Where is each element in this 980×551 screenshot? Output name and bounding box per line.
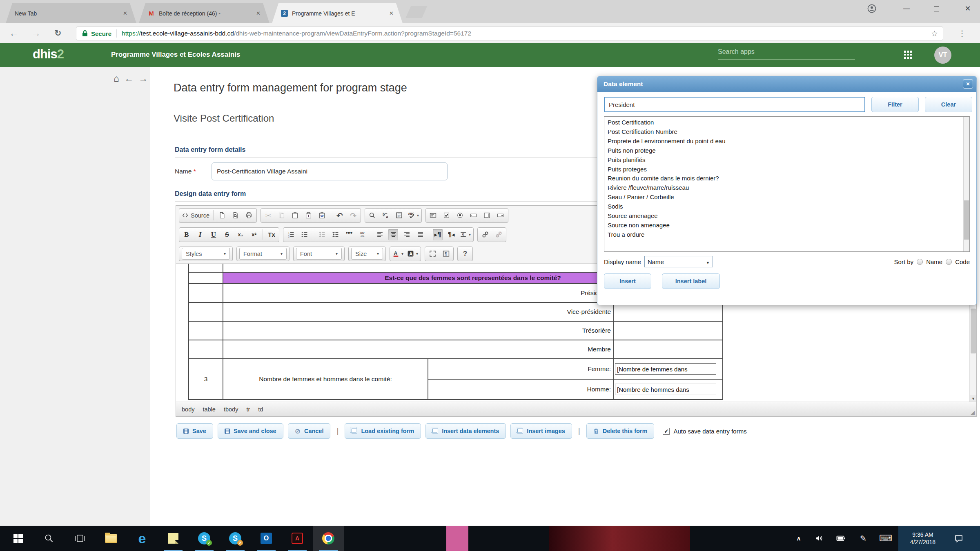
start-button[interactable]: [2, 526, 33, 551]
save-and-close-button[interactable]: Save and close: [218, 423, 283, 439]
text-color-button[interactable]: A: [392, 248, 403, 260]
outlook-button[interactable]: O: [251, 526, 282, 551]
back-arrow-icon[interactable]: [124, 73, 134, 83]
avatar[interactable]: VT: [934, 47, 951, 64]
select-all-button[interactable]: [394, 210, 404, 221]
element-path-item[interactable]: table: [203, 406, 215, 413]
home-icon[interactable]: [114, 73, 119, 83]
spell-check-button[interactable]: ABC: [408, 210, 419, 221]
data-element-item[interactable]: Puits proteges: [608, 165, 969, 174]
new-page-button[interactable]: [217, 210, 227, 221]
insert-images-button[interactable]: Insert images: [510, 423, 572, 439]
bg-color-button[interactable]: A: [407, 248, 418, 260]
insert-button[interactable]: Insert: [604, 273, 651, 289]
skype-business-button[interactable]: S2: [220, 526, 251, 551]
answer-cell[interactable]: [614, 321, 723, 340]
tab-new-tab[interactable]: New Tab: [6, 3, 136, 23]
data-element-item[interactable]: Source amenagee: [608, 211, 969, 221]
maximize-button[interactable]: [428, 248, 437, 260]
bulleted-list-button[interactable]: [299, 229, 309, 240]
delete-form-button[interactable]: Delete this form: [586, 423, 655, 439]
data-element-item[interactable]: Source non amenagee: [608, 221, 969, 230]
element-path-item[interactable]: body: [182, 406, 194, 413]
window-minimize-button[interactable]: [894, 1, 919, 16]
format-dropdown-button[interactable]: Format: [239, 248, 287, 260]
data-element-item[interactable]: Reunion du comite dans le mois dernier?: [608, 174, 969, 183]
browser-menu-icon[interactable]: [955, 27, 969, 40]
tab-dhis2[interactable]: 2 Programme Villages et E: [272, 3, 403, 23]
data-element-item[interactable]: Puits non protege: [608, 146, 969, 156]
font-dropdown-button[interactable]: Font: [296, 248, 342, 260]
dialog-titlebar[interactable]: Data element: [597, 76, 976, 92]
preview-button[interactable]: [231, 210, 241, 221]
bidi-button[interactable]: ¶: [460, 229, 471, 240]
task-view-button[interactable]: [65, 526, 96, 551]
strikethrough-button[interactable]: S: [222, 229, 232, 240]
auto-save-checkbox[interactable]: [663, 428, 670, 435]
data-element-item[interactable]: Post Certification Numbre: [608, 127, 969, 137]
data-element-item[interactable]: Sodis: [608, 202, 969, 211]
sort-name-radio[interactable]: [917, 259, 923, 265]
dialog-close-button[interactable]: [963, 79, 973, 89]
tray-expand-icon[interactable]: [791, 526, 806, 551]
profile-icon[interactable]: [860, 1, 884, 16]
tab-close-icon[interactable]: [389, 10, 394, 16]
rtl-button[interactable]: ¶◂: [446, 229, 456, 240]
scroll-down-icon[interactable]: [970, 395, 976, 402]
touch-keyboard-icon[interactable]: [876, 526, 895, 551]
textarea-button[interactable]: [482, 210, 492, 221]
forward-arrow-icon[interactable]: [138, 73, 148, 83]
name-input[interactable]: [212, 162, 448, 180]
skype-button[interactable]: S: [189, 526, 220, 551]
align-justify-button[interactable]: [415, 229, 425, 240]
window-restore-button[interactable]: [924, 1, 949, 16]
numbered-list-button[interactable]: 123: [286, 229, 296, 240]
data-element-search-input[interactable]: [604, 97, 865, 112]
homme-input[interactable]: [615, 384, 716, 395]
bold-button[interactable]: B: [182, 229, 192, 240]
list-scrollbar[interactable]: [963, 117, 969, 251]
femme-input[interactable]: [615, 363, 716, 375]
underline-button[interactable]: U: [209, 229, 218, 240]
bookmark-star-icon[interactable]: [931, 29, 938, 38]
answer-cell[interactable]: [614, 340, 723, 359]
filter-button[interactable]: Filter: [871, 97, 919, 112]
save-button[interactable]: Save: [176, 423, 213, 439]
acrobat-button[interactable]: A: [282, 526, 313, 551]
select-field-button[interactable]: [496, 210, 506, 221]
insert-data-elements-button[interactable]: Insert data elements: [425, 423, 506, 439]
remove-format-button[interactable]: Tx: [267, 229, 276, 240]
italic-button[interactable]: I: [195, 229, 205, 240]
styles-dropdown-button[interactable]: Styles: [182, 248, 230, 260]
ltr-button[interactable]: ▸¶: [433, 229, 443, 240]
file-explorer-button[interactable]: [96, 526, 127, 551]
data-element-item[interactable]: Riviere /fleuve/marre/ruisseau: [608, 183, 969, 193]
resize-grip-icon[interactable]: [971, 409, 975, 415]
paste-button[interactable]: [290, 210, 300, 221]
forward-button[interactable]: [28, 26, 44, 40]
align-center-button[interactable]: [388, 229, 398, 240]
sort-code-radio[interactable]: [946, 259, 952, 265]
list-scrollbar-thumb[interactable]: [964, 200, 969, 240]
element-path-item[interactable]: td: [258, 406, 263, 413]
new-tab-button[interactable]: [405, 6, 427, 18]
checkbox-button[interactable]: [442, 210, 452, 221]
search-apps-input[interactable]: Search apps: [718, 48, 855, 60]
radio-button-button[interactable]: [455, 210, 465, 221]
insert-label-button[interactable]: Insert label: [662, 273, 720, 289]
show-blocks-button[interactable]: ¶: [441, 248, 451, 260]
print-button[interactable]: [244, 210, 254, 221]
taskbar-clock[interactable]: 9:36 AM 4/27/2018: [900, 526, 945, 551]
align-left-button[interactable]: [375, 229, 385, 240]
form-button[interactable]: [428, 210, 438, 221]
action-center-icon[interactable]: [950, 526, 968, 551]
undo-button[interactable]: ↶: [335, 210, 345, 221]
taskbar-search-button[interactable]: [33, 526, 65, 551]
load-existing-form-button[interactable]: Load existing form: [345, 423, 421, 439]
window-close-button[interactable]: [956, 1, 980, 16]
back-button[interactable]: [6, 26, 22, 40]
data-element-item[interactable]: Proprete de l environnement du point d e…: [608, 137, 969, 146]
paste-word-button[interactable]: W: [317, 210, 327, 221]
text-field-button[interactable]: [469, 210, 479, 221]
paste-text-button[interactable]: T: [304, 210, 314, 221]
